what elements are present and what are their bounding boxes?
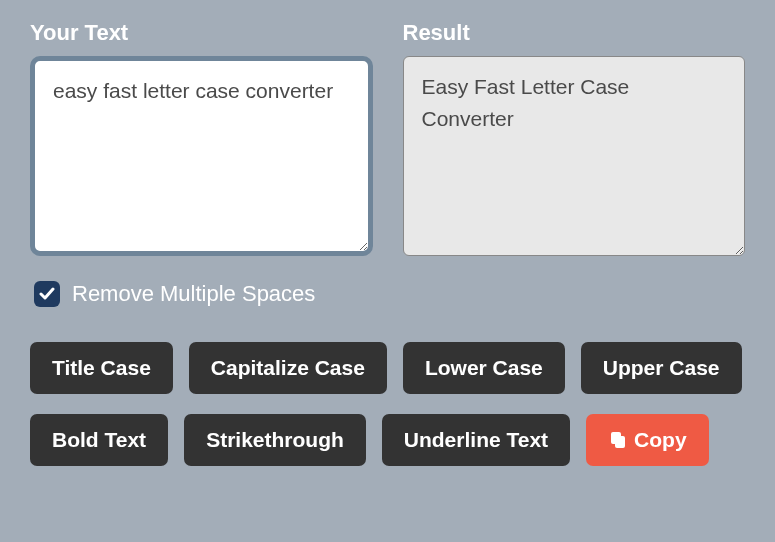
underline-text-button[interactable]: Underline Text (382, 414, 570, 466)
output-label: Result (403, 20, 746, 46)
copy-button[interactable]: Copy (586, 414, 709, 466)
input-label: Your Text (30, 20, 373, 46)
upper-case-button[interactable]: Upper Case (581, 342, 742, 394)
title-case-button[interactable]: Title Case (30, 342, 173, 394)
strikethrough-button[interactable]: Strikethrough (184, 414, 366, 466)
copy-button-label: Copy (634, 428, 687, 452)
input-textarea[interactable] (30, 56, 373, 256)
svg-rect-1 (615, 436, 625, 448)
remove-spaces-label: Remove Multiple Spaces (72, 281, 315, 307)
copy-icon (608, 430, 628, 450)
remove-spaces-checkbox[interactable] (34, 281, 60, 307)
output-textarea[interactable] (403, 56, 746, 256)
bold-text-button[interactable]: Bold Text (30, 414, 168, 466)
checkmark-icon (39, 286, 55, 302)
lower-case-button[interactable]: Lower Case (403, 342, 565, 394)
capitalize-case-button[interactable]: Capitalize Case (189, 342, 387, 394)
